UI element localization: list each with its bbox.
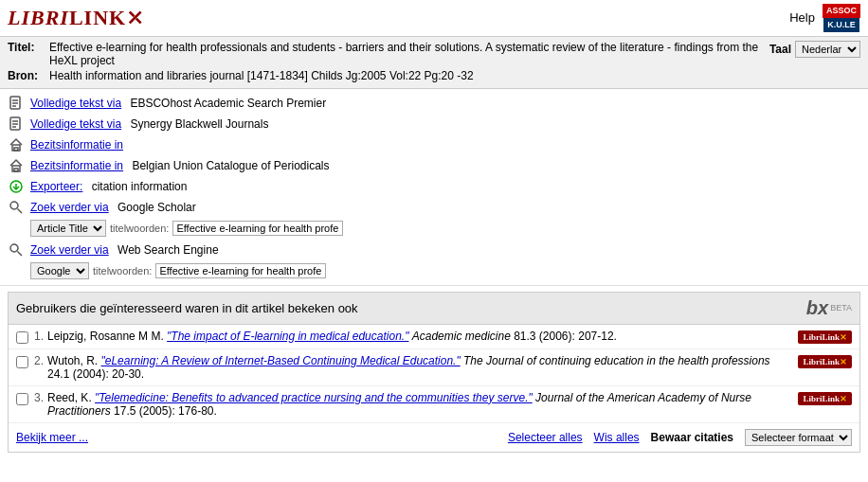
taal-label: Taal — [769, 43, 791, 56]
bx-content-1: Leipzig, Rosanne M M. "The impact of E-l… — [47, 330, 790, 343]
assoc-badge: ASSOC — [823, 4, 860, 18]
bron-value: Health information and libraries journal… — [49, 69, 474, 82]
document-icon-2 — [8, 116, 25, 133]
bx-header-title: Gebruikers die geïnteresseerd waren in d… — [16, 301, 358, 315]
bx-details-3: 17.5 (2005): 176-80. — [114, 404, 217, 418]
bx-content-2: Wutoh, R. "eLearning: A Review of Intern… — [47, 354, 790, 381]
svg-rect-9 — [14, 148, 18, 151]
document-icon-1 — [8, 95, 25, 112]
bx-header: Gebruikers die geïnteresseerd waren in d… — [9, 293, 859, 325]
bx-item-1: 1. Leipzig, Rosanne M M. "The impact of … — [9, 325, 859, 349]
logo-area: LIBRILINK⤫ — [8, 6, 144, 30]
svg-rect-11 — [14, 169, 18, 171]
link-row-2: Volledige tekst via Synergy Blackwell Jo… — [8, 116, 860, 133]
link-4-text[interactable]: Bezitsinformatie in — [30, 159, 123, 172]
bron-row: Bron: Health information and libraries j… — [8, 69, 860, 82]
search-icon-1 — [8, 199, 25, 216]
search-engine-2: Web Search Engine — [115, 243, 219, 257]
kule-badge: K.U.LE — [823, 18, 859, 32]
link-5-text[interactable]: Exporteer: — [30, 180, 82, 193]
link-4-rest: Belgian Union Catalogue of Periodicals — [129, 159, 329, 172]
svg-point-16 — [10, 244, 18, 252]
home-icon-1 — [8, 136, 25, 153]
search-row-2-label: Zoek verder via Web Search Engine — [8, 241, 860, 259]
logo-text: LIBRILINK⤫ — [8, 6, 144, 30]
link-row-4: Bezitsinformatie in Belgian Union Catalo… — [8, 157, 860, 174]
taal-select[interactable]: Nederlar — [795, 41, 860, 58]
titel-value: Effective e-learning for health professi… — [49, 41, 769, 67]
selecteer-alles-link[interactable]: Selecteer alles — [508, 431, 583, 444]
wis-alles-link[interactable]: Wis alles — [594, 431, 640, 444]
svg-line-17 — [18, 251, 23, 256]
bx-journal-2: The Journal of continuing education in t… — [463, 354, 770, 367]
bx-checkbox-1[interactable] — [16, 331, 28, 344]
bx-librilink-badge-1: LibriLink⤫ — [798, 330, 852, 343]
home-icon-2 — [8, 157, 25, 174]
bx-section: Gebruikers die geïnteresseerd waren in d… — [8, 292, 860, 453]
bewaar-label: Bewaar citaties — [651, 431, 733, 444]
bx-details-1: 81.3 (2006): 207-12. — [514, 330, 617, 343]
link-2-text[interactable]: Volledige tekst via — [30, 117, 121, 131]
bron-label: Bron: — [8, 69, 45, 82]
link-row-1: Volledige tekst via EBSCOhost Academic S… — [8, 95, 860, 112]
link-1-text[interactable]: Volledige tekst via — [30, 97, 121, 110]
bx-item-2: 2. Wutoh, R. "eLearning: A Review of Int… — [9, 349, 859, 386]
bx-details-2: 24.1 (2004): 20-30. — [47, 367, 144, 381]
bx-author-3: Reed, K. — [47, 391, 92, 404]
search-input-1[interactable] — [172, 221, 343, 236]
bekijk-meer-link[interactable]: Bekijk meer ... — [16, 431, 88, 444]
taal-area: Taal Nederlar — [769, 41, 860, 58]
search-link-1[interactable]: Zoek verder via — [30, 201, 109, 214]
bx-author-2: Wutoh, R. — [47, 354, 98, 367]
bx-author-1: Leipzig, Rosanne M M. — [47, 330, 164, 343]
link-row-3: Bezitsinformatie in — [8, 136, 860, 153]
svg-line-15 — [18, 208, 23, 213]
bx-checkbox-2[interactable] — [16, 356, 28, 368]
bx-title-3[interactable]: "Telemedicine: Benefits to advanced prac… — [95, 391, 533, 404]
bx-item-3: 3. Reed, K. "Telemedicine: Benefits to a… — [9, 386, 859, 423]
bx-logo: bx BETA — [806, 297, 852, 319]
search-link-2[interactable]: Zoek verder via — [30, 243, 109, 257]
bx-checkbox-3[interactable] — [16, 393, 28, 405]
search-row-1-label: Zoek verder via Google Scholar — [8, 199, 860, 216]
bx-letters: bx — [806, 297, 828, 319]
logo-symbol: ⤫ — [126, 6, 144, 29]
bx-journal-1: Academic medicine — [412, 330, 511, 343]
header-right: Help ASSOC K.U.LE — [789, 4, 860, 32]
link-2-rest: Synergy Blackwell Journals — [127, 117, 268, 131]
link-3-text[interactable]: Bezitsinformatie in — [30, 138, 123, 152]
titel-row: Titel: Effective e-learning for health p… — [8, 41, 860, 67]
bx-num-3: 3. — [34, 391, 44, 404]
bx-num-2: 2. — [34, 354, 44, 367]
export-icon — [8, 178, 25, 195]
search-controls-2: Google Bing Yahoo titelwoorden: — [30, 262, 860, 279]
info-bar: Titel: Effective e-learning for health p… — [0, 37, 868, 89]
titelwoorden-label-1: titelwoorden: — [110, 223, 169, 234]
search-engine-select-2[interactable]: Google Bing Yahoo — [30, 262, 89, 279]
bx-title-1[interactable]: "The impact of E-learning in medical edu… — [167, 330, 408, 343]
bx-librilink-badge-2: LibriLink⤫ — [798, 354, 852, 367]
search-type-select-1[interactable]: Article Title Author Keyword — [30, 220, 106, 237]
logo-libri: LIBRI — [8, 6, 69, 29]
bx-content-3: Reed, K. "Telemedicine: Benefits to adva… — [47, 391, 790, 418]
help-link[interactable]: Help — [789, 10, 815, 25]
link-5-rest: citation information — [88, 180, 187, 193]
link-row-5: Exporteer: citation information — [8, 178, 860, 195]
search-controls-1: Article Title Author Keyword titelwoorde… — [30, 220, 860, 237]
search-icon-2 — [8, 241, 25, 259]
format-select[interactable]: Selecteer formaat RIS BibTeX EndNote — [745, 429, 852, 446]
search-input-2[interactable] — [155, 263, 326, 278]
link-1-rest: EBSCOhost Academic Search Premier — [127, 97, 326, 110]
bx-beta-label: BETA — [830, 303, 852, 312]
bx-num-1: 1. — [34, 330, 44, 343]
links-section: Volledige tekst via EBSCOhost Academic S… — [0, 89, 868, 286]
search-engine-1: Google Scholar — [115, 201, 196, 214]
titelwoorden-label-2: titelwoorden: — [93, 265, 152, 277]
header: LIBRILINK⤫ Help ASSOC K.U.LE — [0, 0, 868, 37]
svg-point-14 — [10, 202, 18, 209]
logo-link: LINK — [69, 6, 126, 29]
titel-label: Titel: — [8, 41, 45, 54]
bx-title-2[interactable]: "eLearning: A Review of Internet-Based C… — [101, 354, 461, 367]
bx-footer: Bekijk meer ... Selecteer alles Wis alle… — [9, 423, 859, 452]
bx-librilink-badge-3: LibriLink⤫ — [798, 391, 852, 404]
